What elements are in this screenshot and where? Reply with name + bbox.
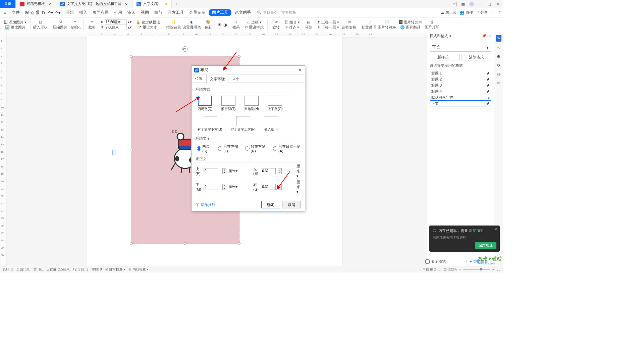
menu-chapter[interactable]: 章节 [152,9,164,16]
wrap-button[interactable]: ▤环绕 [303,20,315,30]
style-item[interactable]: 标题 2↲ [430,76,491,82]
smart-layout-button[interactable]: ✦ 智能排版 [466,258,491,265]
rotate-icon[interactable]: ⟳ [497,63,500,68]
resize-handle[interactable] [130,149,132,151]
dist-right-input[interactable] [261,184,276,190]
wrap-inline[interactable]: 嵌入型(I) [264,116,278,132]
dist-bottom-input[interactable] [204,184,218,190]
status-rowcol[interactable]: 行: 1 列: 1 [73,267,88,272]
topdf-button[interactable]: 📄图片转PDF [378,20,396,30]
spinner[interactable]: ▴▾ [222,184,226,190]
print-image-button[interactable]: 🖨图片打印 [425,20,439,30]
cancel-button[interactable]: 取消 [282,201,301,208]
rotate-button[interactable]: ⟳旋转 [270,20,282,30]
resize-handle[interactable] [238,242,240,245]
show-preview-toggle[interactable]: 显示预览 [425,259,446,264]
wrap-tight[interactable]: 紧密型(T) [221,96,235,111]
tab-doc2[interactable]: W 文字是人类用符...远的方式和工具 ✕ [56,0,132,8]
brightness-icon[interactable]: ☀ [218,22,221,27]
radio-both[interactable]: 两边(S) [197,144,212,153]
resize-handle[interactable] [130,55,132,58]
totext-button[interactable]: 🅰 图片转文字 [399,20,422,25]
wrap-square[interactable]: 四周型(Q) [198,96,212,111]
height-field[interactable]: ⇕ ▴▾ [101,25,132,30]
target-icon[interactable]: ◎ [497,72,500,77]
menu-picture-tools[interactable]: 图片工具 [209,9,231,16]
group-button[interactable]: ⿻ 组合 ▾ [285,20,300,25]
menu-thesis[interactable]: 论文助手 [233,9,253,16]
transparency-button[interactable]: ◐设置透明色 [182,20,201,30]
book-icon[interactable]: ▭ [497,81,500,85]
add-image-button[interactable]: 🖼 添加图片 ▾ [4,20,26,25]
status-section[interactable]: 节: 1/1 [33,267,43,272]
reset-size-button[interactable]: ↺ 重设大小 [139,25,157,30]
spinner[interactable]: ▴▾ [222,168,226,174]
ok-button[interactable]: 确定 [261,201,280,208]
lock-ratio-toggle[interactable]: 🔒 锁定纵横比 [136,20,160,25]
menu-reference[interactable]: 引用 [112,9,124,16]
insert-shape-button[interactable]: ◻插入形状 [33,20,48,30]
tab-textwrap[interactable]: 文字环绕 [206,75,228,83]
wrap-topbottom[interactable]: 上下型(O) [268,96,282,111]
status-pageno[interactable]: 页码: 1 [3,267,13,272]
resize-handle[interactable] [238,55,240,58]
menu-view[interactable]: 视图 [139,9,151,16]
command-search[interactable]: 🔍 查找命令、搜索模板 [257,10,296,15]
effect-button[interactable]: ✧效果 [230,20,242,30]
menu-dev[interactable]: 开发工具 [166,9,186,16]
print-icon[interactable]: ⎙ [31,10,34,15]
menu-insert[interactable]: 插入 [77,9,89,16]
new-tab-button[interactable]: ＋ [172,0,181,8]
clear-format-button[interactable]: 清除格式 [462,54,491,60]
menu-file[interactable]: 文件 [10,9,22,16]
current-style[interactable]: 正文▾ [430,43,491,52]
dist-top-input[interactable] [204,168,218,174]
close-icon[interactable]: ✕ [125,2,128,6]
minimize-icon[interactable]: — [477,1,484,7]
tab-home[interactable]: 首页 [0,0,16,8]
view-mode-icons[interactable]: ▭ ≡ ▤ ⊞ ⊡ ▭ [419,267,440,271]
compress-button[interactable]: ⇲压缩图片 [53,20,67,30]
style-item[interactable]: 标题 3↲ [430,82,491,88]
apps-icon[interactable]: ▦ [460,1,466,7]
menu-review[interactable]: 审阅 [125,9,138,16]
width-field[interactable]: ⇔ ▴▾ [101,19,132,25]
crop-button[interactable]: ✂裁剪 [86,20,98,30]
reset-style-button[interactable]: ↺ 重设样式 [245,25,264,30]
share-button[interactable]: ↗ 分享 [476,10,488,15]
spinner[interactable]: ▴▾ [278,184,282,190]
close-icon[interactable]: ✕ [48,2,52,6]
style-item[interactable]: 标题 4↲ [430,88,491,94]
resize-handle[interactable] [130,242,132,245]
status-pagecnt[interactable]: 页面: 1/1 [16,267,30,272]
tab-templates[interactable]: 找稻壳模板 ✕ [16,0,56,8]
tab-doc-active[interactable]: W 文字文稿1 [132,0,172,8]
style-item[interactable]: 标题 1↲ [430,70,491,76]
align-button[interactable]: ≡ 对齐 ▾ [285,25,299,30]
remove-bg-button[interactable]: ✨抠除背景 [166,20,181,30]
batch-button[interactable]: ⊞批量处理 [362,20,376,30]
zoom-control[interactable]: ⊡ 122% − ＋ ⛶ [444,267,500,272]
wrap-through[interactable]: 穿越型(H) [244,96,259,111]
style-item[interactable]: 默认段落字体a [430,94,491,100]
expand-icon[interactable]: ⌃ [498,10,501,15]
moveup-button[interactable]: ⬆ 上移一层 ▾ [317,20,339,25]
fullscreen-icon[interactable]: ⛶ [497,267,500,271]
preview-icon[interactable]: 🗐 [36,10,40,15]
new-style-button[interactable]: 新样式... [430,54,460,60]
change-image-button[interactable]: 🔄 更改图片 [5,25,25,30]
dropdown-icon[interactable]: ▾ [449,34,451,38]
status-words[interactable]: 字数: 0 [92,267,102,272]
tab-position[interactable]: 位置 [192,74,206,83]
more-icon[interactable]: ⋯ [491,10,495,15]
border-button[interactable]: ▭ 边框 ▾ [247,20,262,25]
rotate-handle[interactable]: ⟳ [182,46,188,52]
dialog-close-icon[interactable]: ✕ [298,67,302,73]
menu-hamburger-icon[interactable]: ≡ [2,9,8,16]
dist-left-input[interactable] [261,168,276,174]
fit-icon[interactable]: ⊡ [444,267,446,271]
status-pos[interactable]: 设置值: 2.5厘米 [46,267,69,272]
wrap-front[interactable]: 浮于文字上方(F) [231,116,255,132]
selection-pane-button[interactable]: ▭选择窗格 [342,20,357,30]
menu-start[interactable]: 开始 [64,9,76,16]
